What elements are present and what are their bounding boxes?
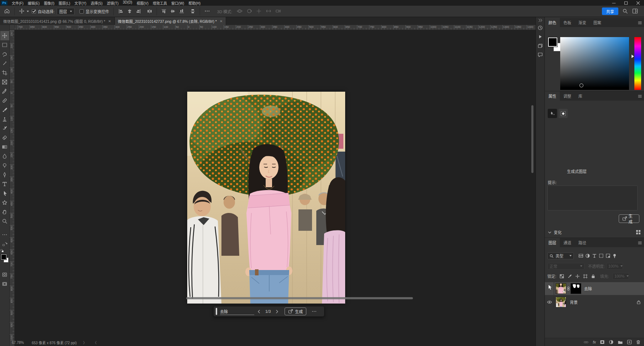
gradient-tool[interactable]	[0, 142, 9, 152]
history-brush-tool[interactable]	[0, 124, 9, 133]
taskbar-handle[interactable]	[216, 308, 217, 315]
tab-2-close-icon[interactable]: ✕	[220, 19, 223, 23]
document-tab-2[interactable]: 微信截图_20231010142737.png @ 67.8% (去除, RGB…	[115, 17, 226, 25]
color-panel-menu-icon[interactable]	[638, 20, 642, 25]
delete-layer-icon[interactable]	[636, 340, 641, 345]
comments-panel-icon[interactable]	[537, 50, 543, 59]
tab-color[interactable]: 颜色	[545, 18, 560, 27]
layers-panel-menu-icon[interactable]	[638, 240, 642, 245]
path-selection-tool[interactable]	[0, 189, 9, 198]
menu-item[interactable]: 选择(S)	[88, 0, 104, 6]
tab-properties[interactable]: 属性	[545, 91, 560, 101]
frame-tool[interactable]	[0, 77, 9, 87]
filter-adjustment-layers-icon[interactable]	[585, 253, 590, 258]
tab-libraries[interactable]: 库	[575, 91, 586, 101]
panel-generate-button[interactable]: 生成	[619, 214, 639, 223]
filter-type-layers-icon[interactable]	[592, 253, 597, 258]
new-group-icon[interactable]	[618, 340, 623, 345]
menu-item[interactable]: 滤镜(T)	[105, 0, 121, 6]
layer-style-icon[interactable]: fx	[593, 340, 596, 344]
generation-prompt-input[interactable]: 去除	[220, 308, 254, 315]
layer-name[interactable]: 去除	[584, 286, 592, 291]
filter-shape-layers-icon[interactable]	[599, 253, 604, 258]
new-adjustment-layer-icon[interactable]	[609, 340, 614, 345]
lock-artboard-icon[interactable]	[583, 274, 588, 279]
variations-grid-view-icon[interactable]	[635, 229, 641, 235]
foreground-color-swatch[interactable]	[1, 254, 6, 260]
layer-visibility-toggle[interactable]	[545, 282, 554, 295]
distribute-h-icon[interactable]	[145, 9, 154, 14]
menu-item[interactable]: 图层(L)	[57, 0, 72, 6]
color-picker-indicator[interactable]	[579, 83, 583, 87]
add-mask-icon[interactable]	[600, 340, 605, 345]
align-center-h-icon[interactable]	[125, 9, 134, 14]
layer-mask-thumbnail[interactable]	[571, 283, 581, 294]
layer-thumbnail-background[interactable]	[556, 297, 566, 307]
zoom-level[interactable]: 67.78%	[12, 341, 24, 345]
status-collapse-icon[interactable]: 〈	[93, 340, 97, 345]
mask-properties-icon[interactable]	[558, 109, 568, 118]
filter-pixel-layers-icon[interactable]	[578, 253, 583, 258]
status-expand-icon[interactable]: 〉	[83, 340, 87, 345]
search-icon[interactable]	[622, 8, 628, 14]
fill-dropdown[interactable]: 100%	[612, 273, 629, 280]
menu-item[interactable]: 3D(D)	[121, 0, 134, 6]
align-bottom-icon[interactable]	[177, 9, 186, 14]
crop-tool[interactable]	[0, 68, 9, 77]
play-actions-icon[interactable]	[537, 32, 543, 41]
layer-row-remove[interactable]: 去除	[545, 282, 644, 295]
swap-colors-icon[interactable]	[0, 239, 9, 249]
align-right-icon[interactable]	[134, 9, 143, 14]
brush-tool[interactable]	[0, 105, 9, 115]
pen-tool[interactable]	[0, 170, 9, 179]
lock-all-icon[interactable]	[591, 274, 596, 279]
generate-button[interactable]: 生成	[285, 307, 306, 315]
tab-1-close-icon[interactable]: ✕	[108, 19, 111, 23]
tab-layers[interactable]: 图层	[545, 238, 560, 247]
menu-item[interactable]: 编辑(E)	[26, 0, 42, 6]
move-tool-caret[interactable]	[27, 11, 29, 12]
healing-brush-tool[interactable]	[0, 96, 9, 105]
next-variation-icon[interactable]	[272, 310, 282, 314]
auto-select-dropdown[interactable]: 图层	[57, 8, 75, 15]
layer-thumbnail-generative[interactable]	[556, 283, 566, 294]
canvas-area[interactable]: 7006506005505004504003503002502001501005…	[10, 25, 536, 346]
quick-mask-icon[interactable]	[0, 270, 9, 279]
move-tool[interactable]	[0, 31, 9, 40]
blur-tool[interactable]	[0, 152, 9, 161]
horizontal-scrollbar[interactable]	[186, 297, 413, 299]
prompt-textarea[interactable]	[547, 185, 638, 210]
menu-item[interactable]: 文件(F)	[10, 0, 26, 6]
more-options-icon[interactable]	[203, 8, 212, 14]
hand-tool[interactable]	[0, 207, 9, 217]
default-colors-icon[interactable]	[1, 249, 4, 252]
3d-camera-icon[interactable]	[274, 8, 283, 14]
minimize-button[interactable]	[608, 0, 620, 6]
workspace-layout-icon[interactable]	[632, 8, 638, 14]
generative-layer-icon[interactable]	[548, 109, 557, 118]
tab-patterns[interactable]: 图案	[590, 18, 605, 27]
collapse-panels-icon[interactable]	[538, 17, 542, 24]
clone-stamp-tool[interactable]	[0, 115, 9, 124]
3d-slide-icon[interactable]	[264, 8, 274, 14]
taskbar-more-icon[interactable]	[310, 309, 319, 314]
close-button[interactable]	[632, 0, 644, 6]
3d-roll-icon[interactable]	[245, 8, 254, 14]
shape-tool[interactable]	[0, 198, 9, 207]
variations-header[interactable]: 变化	[548, 229, 562, 235]
filter-toggle-icon[interactable]	[612, 254, 617, 258]
hue-slider-pointer[interactable]	[632, 55, 634, 58]
lock-pixels-icon[interactable]	[567, 274, 572, 279]
foreground-color-swatch-panel[interactable]	[548, 37, 557, 47]
lasso-tool[interactable]	[0, 50, 9, 59]
layer-name[interactable]: 背景	[570, 299, 578, 305]
share-button[interactable]: 共享	[602, 7, 618, 15]
align-left-icon[interactable]	[116, 9, 125, 14]
blend-mode-dropdown[interactable]: 正常	[547, 263, 584, 270]
ruler-origin-corner[interactable]	[10, 25, 15, 30]
3d-drag-icon[interactable]	[254, 8, 264, 14]
screen-mode-icon[interactable]	[0, 279, 9, 289]
menu-item[interactable]: 图像(I)	[42, 0, 56, 6]
show-transform-checkbox[interactable]	[80, 9, 84, 14]
vertical-scrollbar[interactable]	[531, 105, 533, 173]
